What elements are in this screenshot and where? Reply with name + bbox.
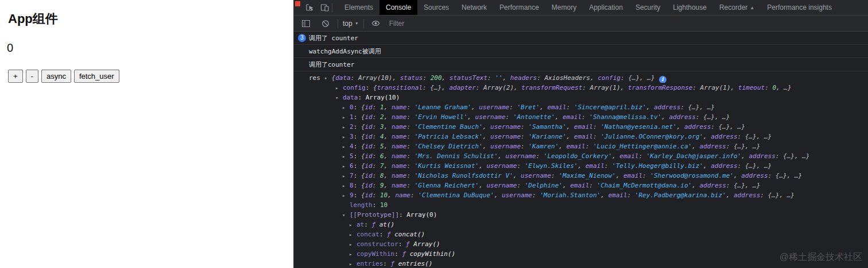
token: 6 [380, 152, 384, 160]
info-icon[interactable]: i [659, 76, 666, 83]
device-toolbar-icon [320, 3, 329, 12]
disclosure-right-icon[interactable]: ▸ [342, 103, 350, 112]
tab-label: Recorder [719, 3, 747, 12]
live-expression-button[interactable] [369, 16, 383, 31]
token: statusText [450, 74, 487, 82]
token: address [654, 104, 680, 111]
disclosure-right-icon[interactable]: ▸ [342, 113, 350, 122]
toolbar-separator [332, 3, 332, 12]
button-fetch-user[interactable]: fetch_user [74, 70, 119, 83]
token: , [726, 192, 734, 199]
disclosure-down-icon[interactable]: ▾ [324, 74, 332, 83]
token: 4 [350, 143, 354, 150]
token: 8 [380, 172, 384, 179]
token: , [384, 104, 392, 111]
token: username [486, 162, 517, 170]
tab-elements[interactable]: Elements [338, 0, 379, 16]
toggle-device-toolbar-button[interactable] [317, 0, 332, 15]
token: : [406, 133, 414, 140]
token: , [567, 133, 574, 140]
token: { [361, 172, 365, 179]
token: 9 [350, 192, 354, 199]
token: [[Prototype]] [350, 211, 399, 219]
disclosure-right-icon[interactable]: ▸ [342, 152, 350, 161]
toolbar-separator [338, 19, 338, 28]
disclosure-right-icon[interactable]: ▸ [342, 191, 350, 200]
disclosure-right-icon[interactable]: ▸ [342, 122, 350, 132]
inspect-element-button[interactable] [302, 0, 317, 15]
tab-console[interactable]: Console [379, 0, 417, 16]
token: : [537, 74, 544, 82]
disclosure-right-icon[interactable]: ▸ [335, 83, 343, 93]
tab-security[interactable]: Security [629, 0, 666, 16]
token: name [396, 192, 411, 199]
token: 'Sincere@april.biz' [574, 104, 646, 111]
disclosure-right-icon[interactable]: ▸ [342, 142, 350, 151]
token: : [586, 143, 593, 150]
tab-recorder[interactable]: Recorder▲ [713, 0, 761, 16]
token: , …} [776, 84, 792, 91]
token: : [399, 211, 406, 219]
token: , [442, 74, 450, 82]
tree-row: ▸9: {id: 10, name: 'Clementina DuBuque',… [294, 190, 868, 200]
token: : [642, 172, 650, 179]
token: : [406, 123, 414, 131]
disclosure-right-icon[interactable]: ▸ [342, 132, 350, 141]
token: concat [356, 231, 379, 238]
tree-row: ▸8: {id: 9, name: 'Glenna Reichert', use… [294, 181, 868, 190]
disclosure-right-icon[interactable]: ▸ [342, 162, 350, 171]
tab-application[interactable]: Application [583, 0, 629, 16]
disclosure-right-icon[interactable]: ▸ [342, 181, 350, 190]
clear-console-button[interactable] [318, 16, 333, 31]
button-decrement[interactable]: - [26, 70, 38, 83]
console-sidebar-button[interactable] [299, 16, 313, 31]
tab-performance-insights[interactable]: Performance insights [761, 0, 838, 16]
token: : [521, 123, 528, 131]
devtools-panel: ElementsConsoleSourcesNetworkPerformance… [293, 0, 868, 268]
disclosure-right-icon[interactable]: ▸ [349, 250, 356, 259]
token: id [365, 172, 373, 179]
token: , [692, 143, 699, 150]
disclosure-right-icon[interactable]: ▸ [342, 171, 350, 181]
token: 'Nathan@yesenia.net' [600, 123, 676, 131]
console-output: 3调用了 counterwatchgAddAsync被调用调用了counterr… [294, 32, 868, 268]
token: : [354, 192, 361, 199]
tab-label: Memory [552, 3, 576, 12]
filter-input[interactable] [388, 19, 572, 28]
token: 3 [380, 123, 384, 131]
button-increment[interactable]: + [8, 70, 23, 83]
token: name [392, 162, 407, 170]
token: Array() [413, 240, 440, 248]
token: , [479, 182, 486, 189]
disclosure-right-icon[interactable]: ▸ [349, 220, 356, 229]
disclosure-right-icon[interactable]: ▸ [349, 259, 356, 268]
token: id [365, 143, 373, 150]
disclosure-right-icon[interactable]: ▸ [349, 240, 356, 249]
token: , [483, 143, 490, 150]
token: entries() [398, 260, 433, 267]
token: : [354, 143, 361, 150]
execution-context-selector[interactable]: top ▼ [343, 20, 359, 28]
token: , [741, 152, 749, 160]
token: : {…}, [423, 84, 449, 91]
token: name [392, 123, 407, 131]
token: { [361, 113, 365, 121]
token: : [406, 162, 414, 170]
tab-performance[interactable]: Performance [493, 0, 545, 16]
tab-lighthouse[interactable]: Lighthouse [666, 0, 713, 16]
token: , [384, 143, 392, 150]
token: transformRequest [521, 84, 582, 91]
disclosure-down-icon[interactable]: ▾ [342, 210, 350, 220]
tab-network[interactable]: Network [455, 0, 493, 16]
token: 'Chelsey Dietrich' [414, 143, 483, 150]
tab-sources[interactable]: Sources [417, 0, 455, 16]
token: , [388, 192, 395, 199]
message-text: 调用了counter [309, 61, 354, 68]
disclosure-down-icon[interactable]: ▾ [335, 93, 343, 102]
token: at [356, 221, 364, 228]
token: at() [379, 221, 395, 228]
disclosure-right-icon[interactable]: ▸ [349, 230, 356, 239]
button-async[interactable]: async [41, 70, 71, 83]
token: : [406, 182, 414, 189]
tab-memory[interactable]: Memory [545, 0, 583, 16]
